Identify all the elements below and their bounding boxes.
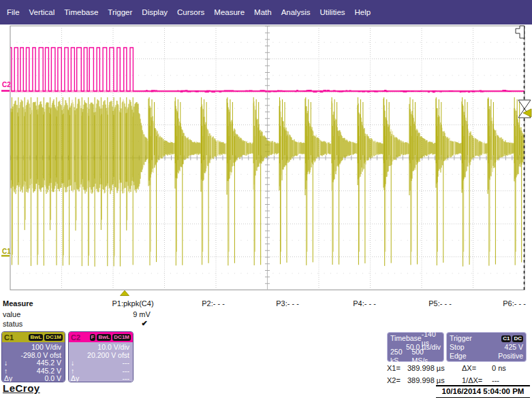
datetime-status: 10/16/2014 5:04:00 PM bbox=[436, 385, 530, 398]
c1-volts-per-div: 100 V/div bbox=[2, 344, 65, 352]
cursor-x2-readout: X2=389.998 µs1/ΔX=--- bbox=[387, 376, 499, 384]
trigger-title: Trigger bbox=[450, 334, 472, 343]
down-arrow-icon: ↓ bbox=[71, 359, 74, 367]
c2-badge-dc1m: DC1M bbox=[112, 334, 131, 341]
c2-cursor-min-row: ↓ --- bbox=[69, 359, 133, 367]
timebase-title: Timebase bbox=[390, 334, 422, 343]
trigger-time-marker[interactable] bbox=[121, 291, 129, 296]
menu-math[interactable]: Math bbox=[254, 8, 272, 16]
c1-cursor-min-row: ↓ 445.2 V bbox=[2, 359, 65, 367]
measure-row-value-label: value bbox=[3, 310, 20, 318]
measure-p2-label[interactable]: P2:- - - bbox=[202, 299, 225, 308]
trigger-source-badge: C1 bbox=[501, 335, 511, 342]
measure-p1-value: 9 mV bbox=[133, 310, 151, 318]
c2-box-header: C2 F BwL DC1M bbox=[69, 332, 133, 342]
c1-descriptor-box[interactable]: C1 BwL DC1M 100 V/div -298.0 V ofst ↓ 44… bbox=[1, 331, 65, 382]
c1-badge-bwl: BwL bbox=[29, 334, 43, 341]
trigger-kind: Edge bbox=[450, 352, 467, 361]
menu-bar: File Vertical Timebase Trigger Display C… bbox=[0, 0, 532, 24]
timebase-samples: 250 kS bbox=[390, 348, 411, 365]
menu-measure[interactable]: Measure bbox=[214, 8, 245, 16]
timebase-box[interactable]: Timebase -140 µs 50.0 µs/div 250 kS 500 … bbox=[387, 332, 444, 362]
timebase-rate: 500 MS/s bbox=[411, 348, 441, 365]
c1-box-id: C1 bbox=[4, 333, 14, 342]
waveform-graphics bbox=[1, 26, 531, 296]
menu-trigger[interactable]: Trigger bbox=[108, 8, 132, 16]
menu-analysis[interactable]: Analysis bbox=[281, 8, 311, 16]
trigger-level: 425 V bbox=[505, 343, 523, 352]
c2-badge-bwl: BwL bbox=[97, 334, 111, 341]
measure-p1-status: ✔ bbox=[141, 319, 147, 328]
measure-p6-label[interactable]: P6:- - - bbox=[503, 299, 526, 308]
c2-box-id: C2 bbox=[71, 333, 80, 342]
c1-delta-y-row: Δy 0.0 V bbox=[2, 375, 65, 382]
delta-y-icon: Δy bbox=[71, 375, 79, 382]
c2-descriptor-box[interactable]: C2 F BwL DC1M 10.0 V/div 20.200 V ofst ↓… bbox=[68, 331, 134, 382]
trigger-coupling-badge: DC bbox=[512, 335, 523, 342]
menu-help[interactable]: Help bbox=[355, 8, 371, 16]
menu-cursors[interactable]: Cursors bbox=[177, 8, 204, 16]
menu-display[interactable]: Display bbox=[142, 8, 168, 16]
lecroy-logo: LeCroy bbox=[3, 382, 40, 394]
c1-trace-label[interactable]: C1 bbox=[2, 248, 11, 255]
c2-delta-y-row: Δy --- bbox=[69, 375, 133, 382]
menu-utilities[interactable]: Utilities bbox=[319, 8, 345, 16]
c2-volts-per-div: 10.0 V/div bbox=[69, 344, 133, 352]
measure-p5-label[interactable]: P5:- - - bbox=[428, 299, 452, 308]
menu-vertical[interactable]: Vertical bbox=[29, 8, 55, 16]
delta-y-icon: Δy bbox=[4, 375, 12, 382]
c2-trace-label[interactable]: C2 bbox=[2, 81, 11, 88]
c2-badge-f: F bbox=[90, 334, 96, 341]
menu-timebase[interactable]: Timebase bbox=[64, 8, 98, 16]
c1-badge-dc1m: DC1M bbox=[44, 334, 63, 341]
measure-p3-label[interactable]: P3:- - - bbox=[276, 299, 299, 308]
measure-p4-label[interactable]: P4:- - - bbox=[353, 299, 376, 308]
down-arrow-icon: ↓ bbox=[4, 359, 7, 367]
trigger-slope: Positive bbox=[498, 352, 523, 361]
waveform-display[interactable]: C2 C1 bbox=[0, 24, 532, 299]
measure-title: Measure bbox=[3, 299, 33, 308]
measure-p1-label[interactable]: P1:pkpk(C4) bbox=[112, 299, 153, 308]
oscilloscope-screen: File Vertical Timebase Trigger Display C… bbox=[0, 0, 532, 398]
menu-file[interactable]: File bbox=[7, 8, 20, 16]
measure-row-status-label: status bbox=[3, 320, 22, 328]
c1-box-header: C1 BwL DC1M bbox=[2, 332, 65, 342]
trigger-mode: Stop bbox=[450, 343, 465, 352]
trigger-box[interactable]: Trigger C1 DC Stop 425 V Edge Positive bbox=[446, 332, 527, 362]
cursor-x1-readout: X1=389.998 µsΔX=0 ns bbox=[387, 364, 506, 372]
